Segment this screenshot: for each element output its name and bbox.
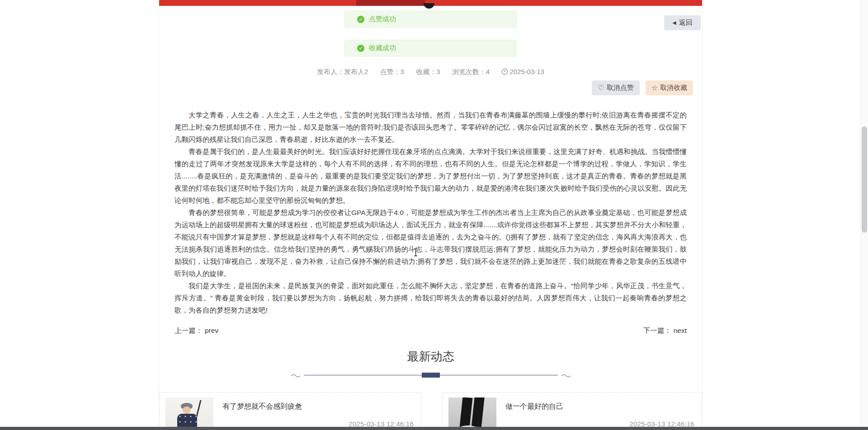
banner-image-fragment bbox=[424, 3, 434, 9]
prev-label: 上一篇： bbox=[175, 327, 203, 334]
latest-news-cards: 有了梦想就不会感到疲惫 2025-03-13 12:46:16 OFF-WAVE… bbox=[159, 392, 702, 430]
text-cursor bbox=[413, 248, 418, 257]
taskbar-edge bbox=[0, 427, 868, 430]
news-card-title: 有了梦想就不会感到疲惫 bbox=[222, 402, 302, 411]
back-button-label: 返回 bbox=[679, 19, 693, 27]
card-thumbnail-sneakers: OFF-WAVED bbox=[448, 397, 496, 430]
cancel-favorite-button[interactable]: ☆ 取消收藏 bbox=[646, 80, 693, 95]
meta-date: 2025-03-13 bbox=[501, 68, 544, 75]
meta-likes-value: 3 bbox=[401, 68, 404, 75]
prev-title: prev bbox=[205, 327, 218, 334]
back-button[interactable]: ◀ 返回 bbox=[664, 15, 701, 30]
news-card-title: 做一个最好的自己 bbox=[505, 402, 563, 411]
section-divider bbox=[290, 370, 571, 379]
article-action-row: ♡ 取消点赞 ☆ 取消收藏 bbox=[159, 80, 702, 95]
meta-favorites-value: 3 bbox=[436, 68, 440, 75]
thumbnail-detail bbox=[183, 407, 191, 414]
next-label: 下一篇： bbox=[643, 327, 671, 334]
news-card[interactable]: OFF-WAVED 做一个最好的自己 2025-03-13 12:46:16 bbox=[442, 392, 702, 430]
meta-views: 浏览次数：4 bbox=[452, 68, 490, 75]
meta-likes: 点赞：3 bbox=[380, 68, 404, 75]
hero-banner-strip bbox=[159, 0, 702, 6]
vertical-scrollbar[interactable] bbox=[860, 0, 868, 430]
meta-publisher: 发布人：发布人2 bbox=[317, 68, 368, 75]
thumbnail-detail bbox=[460, 397, 473, 428]
heart-outline-icon: ♡ bbox=[598, 84, 604, 92]
divider-squiggle-icon bbox=[559, 372, 571, 378]
cancel-like-button[interactable]: ♡ 取消点赞 bbox=[592, 80, 639, 95]
article-meta-row: 发布人：发布人2 点赞：3 收藏：3 浏览次数：4 2025-03-13 bbox=[159, 68, 702, 76]
cancel-like-label: 取消点赞 bbox=[607, 84, 634, 92]
toast-message: 收藏成功 bbox=[369, 44, 396, 52]
page-content-column: ✓ 点赞成功 ✓ 收藏成功 ◀ 返回 发布人：发布人2 点赞：3 收藏：3 浏览… bbox=[159, 0, 703, 430]
clock-icon bbox=[501, 68, 508, 75]
card-thumbnail-girl-dress bbox=[165, 397, 213, 430]
divider-squiggle-icon bbox=[290, 372, 303, 378]
article-paragraph: 大学之青春，人生之春，人生之王，人生之华也，宝贵的时光我们理当去珍惜。然而，当我… bbox=[175, 109, 687, 145]
toast-message: 点赞成功 bbox=[369, 15, 396, 23]
article-paragraph: 青春的梦想很简单，可能是梦想成为学习的佼佼者让GPA无限趋于4.0，可能是梦想成… bbox=[175, 206, 687, 280]
next-title: next bbox=[674, 327, 687, 334]
meta-publisher-value: 发布人2 bbox=[344, 68, 368, 75]
article-paragraph: 青春是属于我们的，是人生最最美好的时光。我们应该好好把握住现在象牙塔的点点滴滴。… bbox=[175, 145, 687, 206]
article-body: 大学之青春，人生之春，人生之王，人生之华也，宝贵的时光我们理当去珍惜。然而，当我… bbox=[175, 109, 687, 316]
meta-views-value: 4 bbox=[486, 68, 490, 75]
divider-center-block bbox=[422, 373, 440, 378]
meta-favorites: 收藏：3 bbox=[416, 68, 440, 75]
news-card[interactable]: 有了梦想就不会感到疲惫 2025-03-13 12:46:16 bbox=[159, 392, 421, 430]
article-paragraph: 我们是大学生，是祖国的未来，是民族复兴的脊梁，面对如此重任，怎么能不胸怀大志，坚… bbox=[175, 280, 687, 316]
prev-article-link[interactable]: 上一篇：prev bbox=[175, 326, 218, 336]
latest-news-title: 最新动态 bbox=[159, 349, 702, 365]
back-arrow-icon: ◀ bbox=[672, 20, 676, 25]
scrollbar-thumb[interactable] bbox=[862, 126, 867, 233]
meta-date-value: 2025-03-13 bbox=[509, 68, 544, 75]
next-article-link[interactable]: 下一篇：next bbox=[643, 326, 687, 336]
success-check-icon: ✓ bbox=[357, 45, 364, 52]
toast-like-success: ✓ 点赞成功 bbox=[344, 11, 517, 28]
cancel-favorite-label: 取消收藏 bbox=[660, 84, 687, 92]
success-check-icon: ✓ bbox=[357, 16, 364, 23]
banner-image-fragment bbox=[356, 0, 425, 6]
star-outline-icon: ☆ bbox=[651, 84, 658, 92]
toast-favorite-success: ✓ 收藏成功 bbox=[344, 40, 517, 56]
article-pagination: 上一篇：prev 下一篇：next bbox=[175, 326, 687, 336]
